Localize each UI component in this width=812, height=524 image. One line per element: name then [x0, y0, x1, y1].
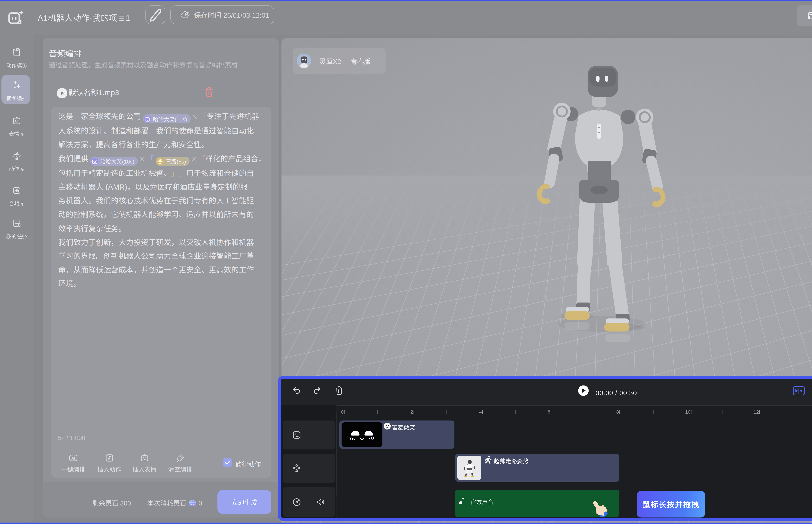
svg-text:AI: AI [71, 456, 75, 460]
